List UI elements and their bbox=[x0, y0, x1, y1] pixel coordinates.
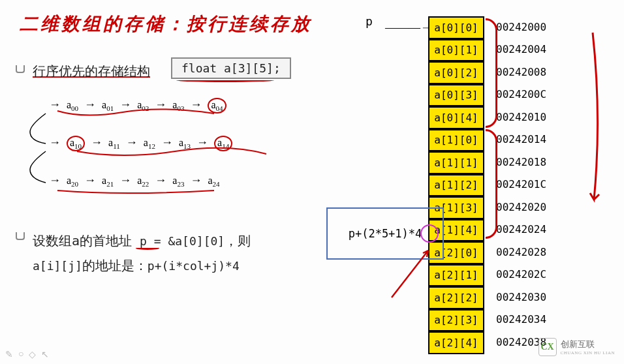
memory-row: a[2][1]0024202C bbox=[428, 264, 546, 286]
memory-row: a[2][0]00242028 bbox=[428, 241, 546, 264]
arrow-icon: → bbox=[91, 136, 102, 149]
cell: a11 bbox=[108, 137, 120, 150]
cell: a01 bbox=[102, 99, 114, 112]
watermark-en: CHUANG XIN HU LIAN bbox=[561, 350, 615, 356]
annotation-wave bbox=[44, 99, 292, 132]
arrow-icon: → bbox=[155, 174, 166, 187]
memory-address: 00242024 bbox=[496, 223, 546, 235]
arrow-icon: → bbox=[190, 174, 202, 187]
memory-address: 00242008 bbox=[496, 66, 546, 78]
section1-text: 行序优先的存储结构 bbox=[33, 64, 150, 78]
diamond-icon[interactable]: ◇ bbox=[29, 349, 36, 360]
pointer-label: p bbox=[366, 14, 373, 28]
text: 设数组a的首地址 bbox=[33, 233, 140, 249]
annotation-circle bbox=[420, 224, 439, 243]
arrow-icon: → bbox=[126, 136, 138, 149]
tool-icons: ✎ ○ ◇ ↖ bbox=[5, 349, 49, 360]
s-curve-left bbox=[29, 106, 48, 204]
arrow-icon: → bbox=[84, 174, 96, 187]
code-text: p+(i*col+j)*4 bbox=[148, 259, 240, 273]
annotation-bracket bbox=[486, 129, 497, 239]
cell: a20 bbox=[67, 175, 78, 188]
annotation-bracket bbox=[486, 18, 497, 128]
memory-address: 00242020 bbox=[496, 201, 546, 213]
memory-address: 00242034 bbox=[496, 313, 546, 326]
memory-address: 00242014 bbox=[496, 133, 546, 145]
memory-cell: a[1][1] bbox=[428, 151, 484, 174]
text: 的地址是： bbox=[82, 258, 148, 273]
bullet-icon bbox=[16, 232, 25, 240]
memory-address: 0024200C bbox=[496, 88, 546, 100]
arrow-icon: → bbox=[49, 98, 61, 112]
text: ，则 bbox=[225, 233, 251, 249]
watermark: CX 创新互联 CHUANG XIN HU LIAN bbox=[538, 338, 615, 356]
diagram-row: → a10 → a11 → a12 → a13 → a14 bbox=[46, 136, 232, 174]
cell: a23 bbox=[172, 175, 184, 188]
watermark-logo: CX bbox=[538, 338, 557, 356]
arrow-icon: → bbox=[84, 98, 96, 112]
memory-address: 00242004 bbox=[496, 43, 546, 55]
memory-cell: a[0][4] bbox=[428, 106, 484, 129]
memory-cell: a[1][2] bbox=[428, 174, 484, 197]
annotation-arrow bbox=[385, 245, 444, 307]
memory-cell: a[0][0] bbox=[428, 16, 484, 39]
annotation-underline bbox=[136, 247, 159, 250]
cell: a12 bbox=[144, 137, 155, 150]
memory-address: 00242028 bbox=[496, 246, 546, 258]
annotation-wave bbox=[44, 177, 292, 210]
bullet-icon bbox=[16, 65, 25, 73]
circle-icon[interactable]: ○ bbox=[18, 349, 23, 360]
memory-cell: a[0][2] bbox=[428, 61, 484, 84]
memory-row: a[2][3]00242034 bbox=[428, 309, 546, 331]
cursor-icon[interactable]: ↖ bbox=[41, 349, 49, 360]
code-text: p = &a[0][0] bbox=[140, 234, 225, 248]
memory-address: 00242030 bbox=[496, 291, 546, 303]
formula-text: p+(2*5+1)*4 bbox=[349, 227, 422, 240]
cell-highlighted: a14 bbox=[214, 136, 232, 151]
pen-icon[interactable]: ✎ bbox=[5, 349, 13, 360]
memory-row: a[2][4]00242038 bbox=[428, 331, 546, 354]
cell: a00 bbox=[67, 99, 78, 112]
arrow-icon: → bbox=[190, 98, 202, 112]
arrow-icon: → bbox=[119, 174, 131, 187]
annotation-arrow-down bbox=[587, 33, 601, 202]
cell: a22 bbox=[137, 175, 149, 188]
cell: a21 bbox=[102, 175, 114, 188]
code-declaration: float a[3][5]; bbox=[171, 57, 291, 79]
section2: 设数组a的首地址 p = &a[0][0]，则 a[i][j]的地址是：p+(i… bbox=[33, 228, 251, 278]
memory-cell: a[1][0] bbox=[428, 129, 484, 152]
diagram-row: → a20 → a21 → a22 → a23 → a24 bbox=[46, 174, 232, 211]
memory-address: 00242010 bbox=[496, 111, 546, 123]
arrow-icon: → bbox=[49, 174, 61, 187]
arrow-icon: → bbox=[119, 98, 131, 112]
page-title: 二维数组的存储：按行连续存放 bbox=[20, 12, 312, 37]
cell: a13 bbox=[179, 137, 191, 150]
diagram-row: → a00 → a01 → a02 → a03 → a04 bbox=[46, 98, 232, 136]
memory-cell: a[2][3] bbox=[428, 309, 484, 332]
arrow-icon: → bbox=[196, 136, 208, 149]
section1-heading: 行序优先的存储结构 bbox=[33, 63, 150, 80]
arrow-icon: → bbox=[49, 136, 61, 149]
row-major-diagram: → a00 → a01 → a02 → a03 → a04 → a10 → a1… bbox=[46, 98, 232, 211]
memory-cell: a[2][4] bbox=[428, 331, 484, 354]
cell-highlighted: a10 bbox=[67, 136, 85, 151]
cell: a24 bbox=[208, 175, 219, 188]
watermark-cn: 创新互联 bbox=[561, 339, 615, 350]
arrow-icon: ———→ bbox=[385, 21, 432, 35]
memory-row: a[2][2]00242030 bbox=[428, 286, 546, 309]
memory-cell: a[0][1] bbox=[428, 39, 484, 62]
annotation-underline bbox=[176, 78, 274, 82]
memory-address: 0024202C bbox=[496, 268, 546, 281]
memory-address: 00242000 bbox=[496, 21, 546, 33]
memory-address: 0024201C bbox=[496, 178, 546, 190]
memory-cell: a[0][3] bbox=[428, 84, 484, 107]
arrow-icon: → bbox=[161, 136, 173, 149]
watermark-text: 创新互联 CHUANG XIN HU LIAN bbox=[561, 339, 615, 356]
memory-address: 00242018 bbox=[496, 156, 546, 168]
section2-line2: a[i][j]的地址是：p+(i*col+j)*4 bbox=[33, 253, 251, 278]
cell-highlighted: a04 bbox=[208, 98, 226, 114]
code-text: a[i][j] bbox=[33, 259, 82, 273]
cell: a03 bbox=[172, 99, 184, 112]
cell: a02 bbox=[137, 99, 149, 112]
arrow-icon: → bbox=[155, 98, 166, 112]
